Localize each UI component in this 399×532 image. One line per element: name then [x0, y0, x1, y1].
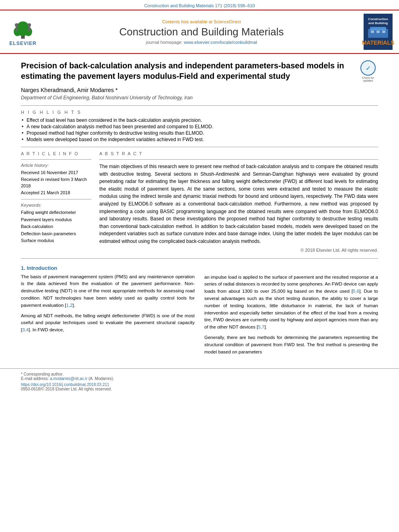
- journal-title-center: Contents lists available at ScienceDirec…: [41, 19, 362, 45]
- logo-building-icon: [366, 25, 390, 39]
- abstract-label: A B S T R A C T: [99, 151, 378, 156]
- svg-rect-7: [28, 27, 31, 31]
- keywords-list: Falling weight deflectometer Pavement la…: [21, 209, 91, 244]
- keyword-item: Surface modulus: [21, 237, 91, 244]
- homepage-prefix: journal homepage:: [146, 40, 184, 45]
- article-info-abstract-cols: A R T I C L E I N F O Article history: R…: [21, 151, 378, 253]
- history-item-1: Received in revised form 3 March 2018: [21, 176, 91, 189]
- list-item: Effect of load level has been considered…: [21, 117, 378, 123]
- history-label: Article history:: [21, 163, 91, 168]
- list-item: A new back-calculation analysis method h…: [21, 123, 378, 130]
- list-item: Models were developed based on the indep…: [21, 136, 378, 143]
- homepage-url[interactable]: www.elsevier.com/locate/conbuildmat: [184, 40, 257, 45]
- author-names: Narges Kheradmandi, Amir Modarres *: [21, 87, 117, 93]
- body-para-2: an impulse load is applied to the surfac…: [204, 274, 378, 331]
- footer-issn: 0950-0618/© 2018 Elsevier Ltd. All right…: [21, 387, 378, 391]
- svg-point-4: [15, 23, 19, 27]
- body-text-left: The basis of pavement management system …: [21, 273, 195, 334]
- svg-rect-9: [370, 27, 386, 30]
- journal-logo-right: Construction and Building MATERIALS: [362, 14, 394, 50]
- keywords-label: Keywords:: [21, 203, 91, 207]
- divider-abstract: [99, 159, 378, 160]
- check-updates-icon: ✓: [360, 60, 376, 76]
- keyword-item: Pavement layers modulus: [21, 216, 91, 224]
- keyword-item: Back-calculation: [21, 223, 91, 230]
- list-item: Proposed method had higher conformity to…: [21, 130, 378, 136]
- highlights-label: H I G H L I G H T S: [21, 110, 378, 115]
- logo-top-text: Construction and Building: [368, 17, 388, 25]
- svg-rect-11: [376, 31, 380, 33]
- elsevier-logo: ELSEVIER: [5, 18, 41, 46]
- check-badge-label: Check for updates: [358, 76, 378, 82]
- body-col-left: 1. Introduction The basis of pavement ma…: [21, 265, 195, 359]
- science-direct-prefix: Contents lists available at: [162, 19, 214, 24]
- svg-rect-5: [16, 27, 18, 31]
- history-item-0: Received 16 November 2017: [21, 169, 91, 176]
- email-suffix: (A. Modarres).: [87, 376, 114, 381]
- keyword-item: Falling weight deflectometer: [21, 209, 91, 216]
- highlights-list: Effect of load level has been considered…: [21, 117, 378, 143]
- highlights-section: H I G H L I G H T S Effect of load level…: [21, 110, 378, 143]
- email-label: E-mail address:: [21, 376, 50, 381]
- top-reference: Construction and Building Materials 171 …: [0, 0, 399, 10]
- journal-logo-box: Construction and Building MATERIALS: [364, 14, 393, 50]
- footer-doi[interactable]: https://doi.org/10.1016/j.conbuildmat.20…: [21, 382, 378, 387]
- body-section: 1. Introduction The basis of pavement ma…: [21, 265, 378, 359]
- body-text-right: an impulse load is applied to the surfac…: [204, 274, 378, 356]
- footer-email-line: E-mail address: a.modarres@nit.ac.ir (A.…: [21, 376, 378, 381]
- history-item-2: Accepted 21 March 2018: [21, 189, 91, 196]
- body-para-0: The basis of pavement management system …: [21, 273, 195, 309]
- journal-homepage: journal homepage: www.elsevier.com/locat…: [41, 40, 362, 45]
- journal-ref-text: Construction and Building Materials 171 …: [144, 3, 255, 8]
- authors-line: Narges Kheradmandi, Amir Modarres *: [21, 87, 378, 93]
- divider-info: [21, 159, 91, 160]
- divider-keywords: [21, 199, 91, 199]
- page-footer: * Corresponding author. E-mail address: …: [0, 368, 399, 394]
- copyright-line: © 2018 Elsevier Ltd. All rights reserved…: [99, 248, 378, 253]
- check-badge: ✓ Check for updates: [358, 60, 378, 82]
- elsevier-label: ELSEVIER: [9, 41, 36, 46]
- svg-rect-10: [371, 31, 374, 33]
- svg-rect-8: [368, 29, 388, 38]
- divider-2: [21, 147, 378, 147]
- intro-heading: 1. Introduction: [21, 265, 195, 271]
- journal-header: ELSEVIER Contents lists available at Sci…: [0, 10, 399, 54]
- body-para-1: Among all NDT methods, the falling weigh…: [21, 312, 195, 334]
- main-content: Precision of back-calculation analysis a…: [0, 54, 399, 365]
- footer-corresponding: * Corresponding author.: [21, 372, 378, 376]
- page: Construction and Building Materials 171 …: [0, 0, 399, 532]
- keyword-item: Deflection basin parameters: [21, 230, 91, 238]
- abstract-text: The main objectives of this research wer…: [99, 163, 378, 245]
- science-direct-line: Contents lists available at ScienceDirec…: [41, 19, 362, 24]
- corresponding-label: * Corresponding author.: [21, 372, 64, 376]
- divider-3: [21, 258, 378, 259]
- journal-main-title: Construction and Building Materials: [41, 26, 362, 38]
- author-email[interactable]: a.modarres@nit.ac.ir: [50, 376, 87, 381]
- article-info-label: A R T I C L E I N F O: [21, 151, 91, 156]
- science-direct-link-text[interactable]: ScienceDirect: [214, 19, 241, 24]
- article-title-section: Precision of back-calculation analysis a…: [21, 60, 378, 82]
- body-para-3: Generally, there are two methods for det…: [204, 334, 378, 355]
- svg-point-6: [27, 23, 31, 27]
- logo-brand-text: MATERIALS: [362, 40, 395, 45]
- body-two-col: 1. Introduction The basis of pavement ma…: [21, 265, 378, 359]
- elsevier-tree-icon: [9, 18, 37, 40]
- abstract-col: A B S T R A C T The main objectives of t…: [99, 151, 378, 253]
- divider-1: [21, 105, 378, 106]
- svg-rect-12: [382, 31, 385, 33]
- article-title: Precision of back-calculation analysis a…: [21, 60, 353, 81]
- affiliation: Department of Civil Engineering, Babol N…: [21, 95, 378, 101]
- article-info-col: A R T I C L E I N F O Article history: R…: [21, 151, 91, 253]
- body-col-right: an impulse load is applied to the surfac…: [204, 265, 378, 359]
